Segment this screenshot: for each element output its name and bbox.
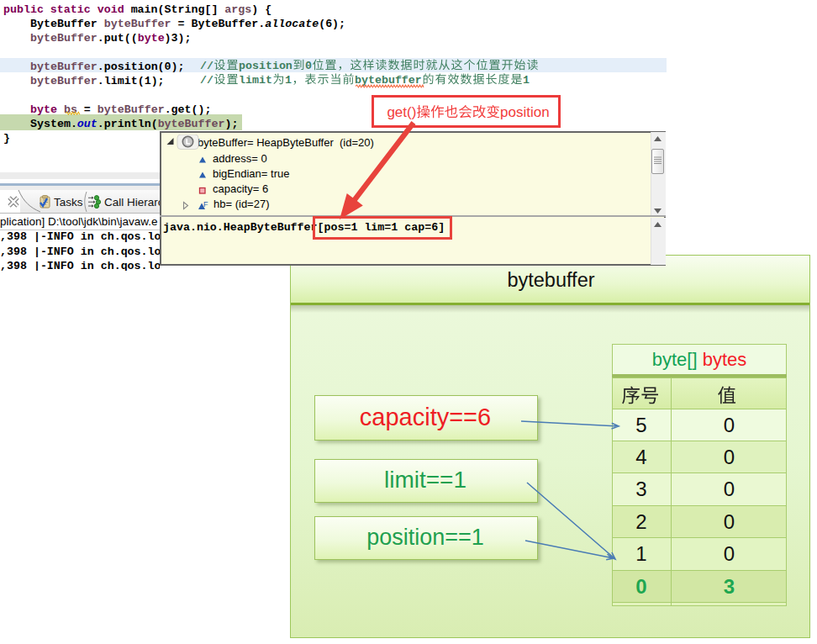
svg-text:F: F	[203, 200, 208, 209]
svg-text:position: position	[500, 104, 550, 120]
